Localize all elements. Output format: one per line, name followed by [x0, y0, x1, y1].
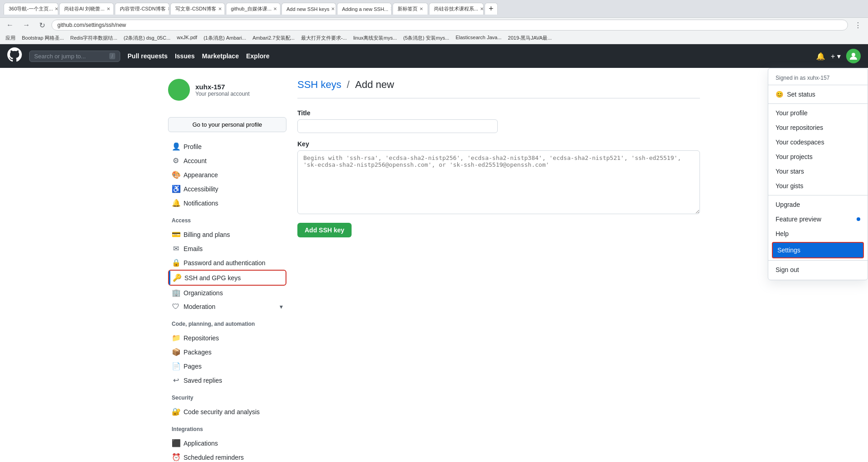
avatar[interactable]	[846, 49, 861, 63]
dropdown-help[interactable]: Help	[768, 226, 868, 241]
dropdown-your-projects[interactable]: Your projects	[768, 149, 868, 164]
sidebar-item-repositories[interactable]: 📁 Repositories	[168, 331, 286, 345]
bookmark-ambari1[interactable]: (1条消息) Ambari...	[202, 34, 248, 42]
svg-point-0	[852, 53, 855, 56]
moderation-icon: 🛡	[172, 303, 180, 311]
sidebar-item-emails[interactable]: ✉ Emails	[168, 241, 286, 256]
address-text: github.com/settings/ssh/new	[57, 22, 126, 28]
sidebar-item-code-security[interactable]: 🔐 Code security and analysis	[168, 405, 286, 419]
sidebar-item-profile[interactable]: 👤 Profile	[168, 139, 286, 154]
sidebar: xuhx-157 Your personal account Go to you…	[168, 79, 286, 462]
dropdown-settings[interactable]: Settings	[772, 242, 864, 258]
nav-issues[interactable]: Issues	[175, 52, 195, 60]
bookmark-linux[interactable]: linux离线安装mys...	[352, 34, 399, 42]
feature-preview-dot	[857, 217, 860, 221]
nav-marketplace[interactable]: Marketplace	[202, 52, 239, 60]
sidebar-item-billing[interactable]: 💳 Billing and plans	[168, 227, 286, 241]
dropdown-your-stars[interactable]: Your stars	[768, 164, 868, 179]
user-dropdown: Signed in as xuhx-157 😊 Set status Your …	[768, 68, 868, 280]
bookmark-java[interactable]: 2019-黑马JAVA最...	[506, 34, 553, 42]
notifications-icon[interactable]: 🔔	[816, 52, 825, 61]
github-page: Search or jump to... / Pull requests Iss…	[0, 44, 868, 462]
github-logo[interactable]	[7, 47, 22, 65]
nav-links: Pull requests Issues Marketplace Explore	[128, 52, 270, 60]
saved-replies-icon: ↩	[172, 376, 180, 385]
dropdown-your-gists[interactable]: Your gists	[768, 179, 868, 193]
breadcrumb-slash: /	[347, 79, 350, 91]
dropdown-sign-out[interactable]: Sign out	[768, 262, 868, 277]
go-to-profile-button[interactable]: Go to your personal profile	[168, 117, 286, 132]
account-icon: ⚙	[172, 156, 180, 165]
scheduled-reminders-icon: ⏰	[172, 453, 180, 462]
github-nav: Search or jump to... / Pull requests Iss…	[0, 44, 868, 68]
bookmark-dsg[interactable]: (2条消息) dsg_05C...	[122, 34, 173, 42]
sidebar-item-password[interactable]: 🔒 Password and authentication	[168, 256, 286, 270]
sidebar-item-packages[interactable]: 📦 Packages	[168, 345, 286, 359]
username: xuhx-157	[195, 83, 250, 91]
dropdown-feature-preview[interactable]: Feature preview	[768, 212, 868, 226]
dropdown-your-profile[interactable]: Your profile	[768, 106, 868, 120]
expand-icon: ▾	[280, 303, 283, 310]
nav-pull-requests[interactable]: Pull requests	[128, 52, 168, 60]
code-security-icon: 🔐	[172, 407, 180, 416]
bookmark-maxopen[interactable]: 最大打开文件要求-...	[299, 34, 349, 42]
title-input[interactable]	[297, 119, 498, 133]
key-label: Key	[297, 140, 700, 148]
add-ssh-key-button[interactable]: Add SSH key	[297, 223, 352, 237]
nav-explore[interactable]: Explore	[246, 52, 269, 60]
sidebar-item-saved-replies[interactable]: ↩ Saved replies	[168, 373, 286, 387]
back-button[interactable]: ←	[4, 20, 16, 30]
sidebar-item-ssh[interactable]: 🔑 SSH and GPG keys	[168, 270, 286, 286]
dropdown-your-codespaces[interactable]: Your codespaces	[768, 135, 868, 149]
address-bar-row: ← → ↻ github.com/settings/ssh/new ⋮	[0, 18, 868, 32]
search-box[interactable]: Search or jump to... /	[29, 51, 120, 62]
key-textarea[interactable]	[297, 150, 700, 214]
tab-shgk[interactable]: 尚硅谷技术课程系... ✕	[429, 3, 484, 15]
bookmark-bootstrap[interactable]: Bootstrap 网格圣...	[20, 34, 66, 42]
tab-new-add[interactable]: +	[485, 3, 498, 15]
repositories-icon: 📁	[172, 334, 180, 342]
tab-360[interactable]: 360导航-一个主页... ✕	[4, 3, 58, 15]
sidebar-nav-access: 💳 Billing and plans ✉ Emails 🔒 Password …	[168, 227, 286, 313]
sidebar-item-applications[interactable]: ⬛ Applications	[168, 436, 286, 450]
sidebar-item-moderation[interactable]: 🛡 Moderation ▾	[168, 300, 286, 313]
sidebar-nav-integrations: ⬛ Applications ⏰ Scheduled reminders	[168, 436, 286, 462]
page-header: SSH keys / Add new	[297, 79, 700, 98]
bookmark-apps[interactable]: 应用	[4, 34, 17, 42]
dropdown-upgrade[interactable]: Upgrade	[768, 197, 868, 212]
bookmark-ambari2[interactable]: Ambari2.7安装配...	[250, 34, 296, 42]
bookmark-elastic[interactable]: Elasticsearch Java...	[454, 34, 503, 42]
accessibility-icon: ♿	[172, 185, 180, 193]
sidebar-item-accessibility[interactable]: ♿ Accessibility	[168, 182, 286, 196]
browser-tabs: 360导航-一个主页... ✕ 尚硅谷AI 刘晓蕾... ✕ 内容管理-CSDN…	[4, 3, 498, 15]
tab-ai[interactable]: 尚硅谷AI 刘晓蕾... ✕	[59, 3, 114, 15]
tab-add-ssh[interactable]: Add new SSH keys ✕	[281, 3, 336, 15]
sidebar-item-organizations[interactable]: 🏢 Organizations	[168, 286, 286, 300]
tab-adding-ssh[interactable]: Adding a new SSH... ✕	[337, 3, 392, 15]
extensions-button[interactable]: ⋮	[852, 20, 864, 31]
address-bar[interactable]: github.com/settings/ssh/new	[51, 20, 848, 31]
bookmark-redis[interactable]: Redis字符串数据结...	[68, 34, 119, 42]
status-icon: 😊	[776, 91, 783, 98]
dropdown-set-status[interactable]: 😊 Set status	[768, 87, 868, 102]
tab-github-self[interactable]: github_自媒体课... ✕	[226, 3, 281, 15]
dropdown-your-repositories[interactable]: Your repositories	[768, 120, 868, 135]
plus-icon[interactable]: + ▾	[831, 52, 841, 61]
sidebar-item-notifications[interactable]: 🔔 Notifications	[168, 196, 286, 210]
tab-csdn1[interactable]: 内容管理-CSDN博客 ✕	[115, 3, 169, 15]
sidebar-item-scheduled-reminders[interactable]: ⏰ Scheduled reminders	[168, 450, 286, 462]
user-subtitle: Your personal account	[195, 91, 250, 97]
sidebar-item-pages[interactable]: 📄 Pages	[168, 359, 286, 373]
tab-csdn2[interactable]: 写文章-CSDN博客 ✕	[170, 3, 225, 15]
title-label: Title	[297, 109, 700, 117]
bookmark-wxjk[interactable]: wxJK.pdf	[175, 34, 199, 42]
bookmark-mys5[interactable]: (5条消息) 安装mys...	[402, 34, 451, 42]
sidebar-item-appearance[interactable]: 🎨 Appearance	[168, 168, 286, 182]
ssh-keys-breadcrumb-link[interactable]: SSH keys	[297, 79, 342, 91]
tab-new[interactable]: 新标签页 ✕	[393, 3, 428, 15]
reload-button[interactable]: ↻	[36, 20, 48, 31]
forward-button[interactable]: →	[20, 20, 33, 30]
sidebar-item-account[interactable]: ⚙ Account	[168, 154, 286, 168]
profile-icon: 👤	[172, 142, 180, 151]
search-shortcut: /	[109, 53, 115, 59]
